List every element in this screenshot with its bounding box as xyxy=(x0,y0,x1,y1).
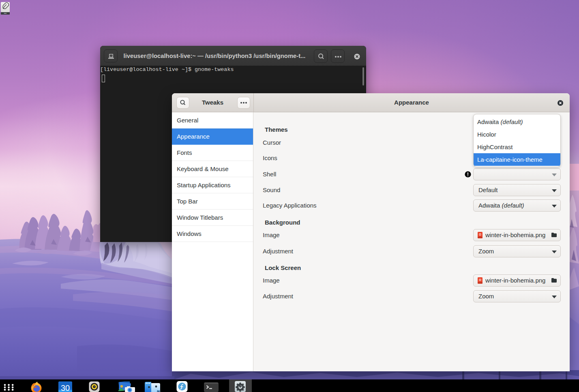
svg-text:30: 30 xyxy=(61,383,70,392)
